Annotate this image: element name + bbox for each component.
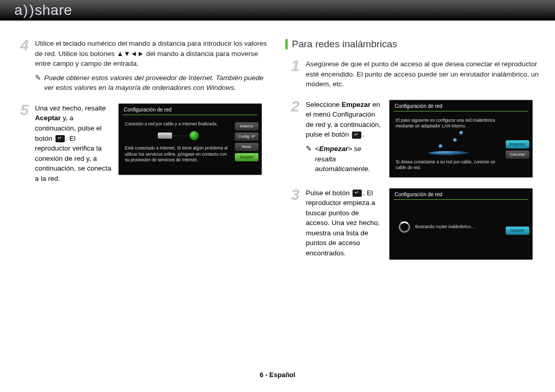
screenshot-searching: Configuración de red Buscando router ina…	[389, 188, 533, 260]
shot-title: Configuración de red	[390, 189, 532, 199]
button-aceptar[interactable]: Aceptar	[235, 153, 258, 161]
step-number: 3	[285, 187, 300, 260]
logo-letter-a: a	[14, 2, 23, 18]
button-reint[interactable]: Reint.	[235, 143, 258, 151]
searching-row: Buscando router inalámbrico…	[396, 206, 503, 248]
screenshot-network-done: Configuración de red Conexión a red por …	[118, 103, 262, 175]
divider	[394, 111, 528, 111]
t: Una vez hecho, resalte	[35, 104, 106, 112]
step-text: Utilice el teclado numérico del mando a …	[35, 39, 270, 93]
dot-icon	[439, 144, 442, 148]
step-2: 2 Seleccione Empezar en el menú Configur…	[285, 100, 541, 178]
t: . El reproductor empieza a buscar puntos…	[306, 189, 380, 257]
screenshot-wireless-start: Configuración de red El paso siguiente e…	[389, 100, 533, 178]
step-number: 2	[285, 99, 300, 178]
divider	[123, 115, 257, 115]
step-5: 5 Una vez hecho, resalte Aceptar y, a co…	[14, 103, 270, 184]
enter-icon	[352, 132, 361, 139]
searching-text: Buscando router inalámbrico…	[415, 224, 475, 230]
enter-icon	[353, 190, 362, 197]
note-icon	[35, 73, 41, 93]
shot-line1: El paso siguiente es configurar una red …	[396, 118, 503, 129]
right-column: Para redes inalámbricas 1 Asegúrese de q…	[285, 39, 541, 270]
button-empezar[interactable]: Empezar	[506, 140, 529, 148]
button-cancelar[interactable]: Cancelar	[506, 151, 529, 159]
t: Pulse el botón	[306, 189, 351, 197]
page-body: 4 Utilice el teclado numérico del mando …	[0, 21, 555, 270]
t: Seleccione	[306, 101, 342, 108]
button-anterior[interactable]: Anterior	[235, 122, 258, 130]
shot-button-col: Empezar Cancelar	[506, 140, 529, 159]
step4-note: Puede obtener estos valores del proveedo…	[35, 73, 270, 93]
step4-note-text: Puede obtener estos valores del proveedo…	[44, 73, 270, 93]
router-icon	[158, 133, 172, 139]
step3-text: Pulse el botón . El reproductor empieza …	[306, 188, 383, 258]
step2-note: <Empezar> se resalta automáticamente.	[306, 144, 383, 174]
logo-word-share: share	[35, 2, 72, 18]
t: .	[362, 130, 364, 138]
dashes: - - - -	[174, 133, 188, 138]
logo-paren-left: )	[23, 2, 28, 18]
step-3: 3 Pulse el botón . El reproductor empiez…	[285, 188, 541, 260]
enter-icon	[55, 135, 65, 142]
step5-text: Una vez hecho, resalte Aceptar y, a cont…	[35, 103, 112, 184]
left-column: 4 Utilice el teclado numérico del mando …	[14, 39, 270, 270]
page-footer: 6 - Español	[0, 371, 555, 379]
step-number: 5	[14, 102, 29, 184]
note-icon	[306, 144, 312, 174]
shot-button-col: Anterior Config. IP Reint. Aceptar	[235, 122, 258, 161]
dot-icon	[459, 131, 463, 135]
header-band: a ) ) share	[0, 0, 555, 21]
shot-title: Configuración de red	[119, 104, 262, 115]
dot-icon	[453, 138, 457, 142]
bold-aceptar: Aceptar	[35, 114, 61, 122]
step-number: 1	[285, 58, 300, 89]
step-4: 4 Utilice el teclado numérico del mando …	[14, 39, 270, 93]
step-number: 4	[14, 38, 29, 93]
connection-graphic: - - - -	[125, 131, 232, 140]
shot-line1: Conexión a red por cable y a Internet fi…	[125, 121, 232, 127]
shot-line2: Si desea conectarse a su red por cable, …	[396, 159, 503, 171]
step1-text: Asegúrese de que el punto de acceso al q…	[306, 59, 541, 89]
heading-accent-bar	[285, 39, 288, 49]
section-heading: Para redes inalámbricas	[285, 39, 541, 50]
heading-text: Para redes inalámbricas	[292, 39, 397, 50]
globe-icon	[190, 131, 199, 140]
wireless-graphic	[396, 129, 503, 155]
dpad-arrows-icon: ▲▼◄►	[117, 50, 144, 58]
button-config-ip[interactable]: Config. IP	[235, 133, 258, 141]
shot-title: Configuración de red	[390, 100, 532, 111]
step2-text: Seleccione Empezar en el menú Configurac…	[306, 100, 383, 174]
logo-paren-right: )	[29, 2, 34, 18]
button-detener[interactable]: Detener	[506, 227, 529, 235]
divider	[394, 199, 528, 200]
note-text: <Empezar> se resalta automáticamente.	[315, 144, 383, 174]
step-1: 1 Asegúrese de que el punto de acceso al…	[285, 59, 541, 89]
note-bold: Empezar	[319, 145, 348, 153]
lt: <	[315, 145, 319, 153]
spinner-icon	[399, 221, 410, 233]
shot-footer-msg: Está conectado a Internet. Si tiene algú…	[125, 145, 232, 163]
brand-logo: a ) ) share	[14, 2, 72, 18]
bold-empezar: Empezar	[342, 101, 371, 108]
shot-button-col: Detener	[506, 227, 529, 235]
